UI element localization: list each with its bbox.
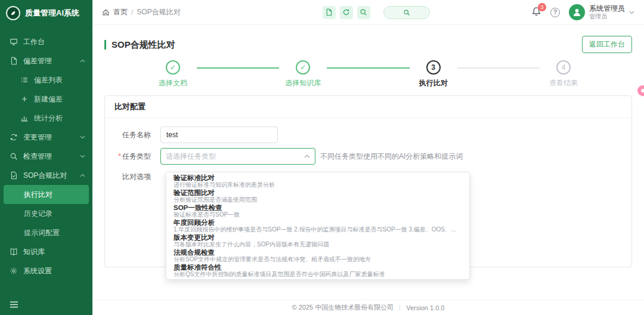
dropdown-option[interactable]: 验证标准比对进行验证标准与知识库标准的差异分析 [166,174,469,189]
plus-icon [20,95,29,103]
dropdown-option-title: 验证标准比对 [174,174,462,181]
dropdown-option-title: 验证范围比对 [174,189,462,196]
search-icon [403,9,410,16]
sidebar-item-deviation-create[interactable]: 新建偏差 [0,89,92,109]
gear-icon [10,267,18,275]
chevron-up-icon [304,155,310,158]
avatar [569,4,585,20]
task-type-hint: 不同任务类型使用不同的AI分析策略和提示词 [320,152,463,162]
floating-helper-dot-icon [641,89,644,92]
sidebar-item-label: 变更管理 [23,132,52,143]
sidebar-item-history-records[interactable]: 历史记录 [0,204,92,223]
breadcrumb-separator: / [131,8,133,17]
compare-options-label: 比对选项 [105,169,151,181]
task-type-placeholder: 请选择任务类型 [166,152,216,162]
sidebar-item-knowledge-base[interactable]: 知识库 [0,242,92,261]
sidebar-item-label: 偏差管理 [23,56,52,66]
dropdown-option-description: 验证标准是否与SOP一致 [174,212,462,218]
task-name-row: 任务名称 [105,126,631,143]
refresh-tool-button[interactable] [340,6,353,19]
notifications-button[interactable]: 3 [531,7,541,18]
help-button[interactable]: ? [550,8,560,17]
sidebar-item-inspection-management[interactable]: 检查管理 [0,147,92,166]
card-title: 比对配置 [105,96,631,118]
topbar-right: 3 ? 系统管理员 管理员 [531,4,634,20]
sidebar-item-label: 系统设置 [23,266,52,276]
task-type-dropdown: 验证标准比对进行验证标准与知识库标准的差异分析验证范围比对分析验证范围是否涵盖使… [166,172,470,280]
app-root: 质量管理AI系统 工作台偏差管理偏差列表新建偏差统计分析变更管理检查管理SOP合… [0,0,644,315]
breadcrumb-current: SOP合规比对 [137,7,180,17]
sidebar-item-label: 检查管理 [23,152,52,162]
file-check-icon [10,171,18,180]
dropdown-option[interactable]: 法规合规检查分析SOP文件中规定的管理要求是否与法规有冲突、相矛盾或不一致的地方 [166,248,469,263]
dropdown-option[interactable]: SOP一致性检查验证标准是否与SOP一致 [166,203,469,218]
chevron-down-icon [80,135,85,139]
dropdown-option-description: 进行验证标准与知识库标准的差异分析 [174,182,462,188]
sidebar-item-deviation-list[interactable]: 偏差列表 [0,70,92,89]
sidebar-item-deviation-management[interactable]: 偏差管理 [0,51,92,70]
app-title: 质量管理AI系统 [25,8,79,18]
dropdown-option-description: 分析SOP文件中规定的管理要求是否与法规有冲突、相矛盾或不一致的地方 [174,257,462,262]
main-area: 首页 / SOP合规比对 [92,0,644,315]
user-text: 系统管理员 管理员 [589,5,625,19]
task-name-label: 任务名称 [105,126,151,143]
step-1: ✓选择文档 [149,60,197,88]
file-icon [325,8,333,16]
sync-icon [10,133,18,141]
monitor-icon [10,38,18,46]
global-search-input[interactable] [383,6,430,19]
dropdown-option[interactable]: 年度回顾分析1.年度回顾报告中的维护事项是否与SOP一致 2.报告中的监测项目与… [166,218,469,233]
sidebar-item-workbench[interactable]: 工作台 [0,32,92,51]
dropdown-option-title: 质量标准符合性 [174,264,462,271]
sidebar-item-sop-compliance[interactable]: SOP合规比对 [0,166,92,185]
user-name: 系统管理员 [589,5,625,13]
footer-version: Version 1.0.0 [406,304,444,311]
app-logo: 质量管理AI系统 [0,0,92,26]
sidebar-item-execute-compare[interactable]: 执行比对 [4,185,89,204]
step-connector [457,67,540,69]
sidebar-item-label: 统计分析 [34,113,63,123]
task-name-input[interactable] [160,126,278,143]
search-icon [10,152,18,160]
floating-helper-button[interactable] [637,85,644,96]
step-label: 选择知识库 [285,78,321,88]
document-tool-button[interactable] [323,6,336,19]
logo-leaf-icon [6,6,20,20]
sidebar-item-statistics-analysis[interactable]: 统计分析 [0,109,92,128]
dropdown-option[interactable]: 版本变更比对与各版本对比发生了什么内容，SOP内容版本有无逻辑问题 [166,233,469,248]
dropdown-option[interactable]: 验证范围比对分析验证范围是否涵盖使用范围 [166,189,469,203]
sidebar-collapse-button[interactable] [0,294,92,315]
chevron-up-icon [80,174,85,177]
sidebar-item-label: 新建偏差 [34,94,63,104]
user-menu[interactable]: 系统管理员 管理员 [569,4,634,20]
step-check-icon: ✓ [296,60,310,75]
breadcrumb: 首页 / SOP合规比对 [102,7,181,17]
task-type-row: *任务类型 请选择任务类型 不同任务类型使用不同的AI分析策略和提示词 [105,148,631,165]
chevron-up-icon [80,59,85,63]
search-tool-button[interactable] [357,6,370,19]
footer: © 2025 中国生物技术股份有限公司 Version 1.0.0 [92,299,644,315]
sidebar-item-change-management[interactable]: 变更管理 [0,128,92,147]
footer-divider [400,305,400,311]
home-icon [102,8,110,16]
sidebar-item-system-settings[interactable]: 系统设置 [0,261,92,280]
dropdown-option-title: 法规合规检查 [174,249,462,256]
footer-copyright: © 2025 中国生物技术股份有限公司 [292,303,394,312]
step-label: 选择文档 [159,78,187,88]
step-3: 3执行比对 [410,60,457,88]
sidebar-item-label: SOP合规比对 [23,171,67,181]
breadcrumb-home[interactable]: 首页 [113,7,128,17]
step-2: ✓选择知识库 [279,60,327,88]
back-to-workbench-button[interactable]: 返回工作台 [582,36,632,53]
task-type-select[interactable]: 请选择任务类型 [160,148,315,165]
step-connector [327,67,409,69]
hamburger-icon [10,301,18,308]
sidebar-item-label: 知识库 [23,247,45,257]
dropdown-option-description: 分析QS文件中所控制的质量标准项目及范围是否符合中国药典以及厂家质量标准 [174,271,462,277]
sidebar-item-label: 提示词配置 [24,228,60,238]
dropdown-option[interactable]: 质量标准符合性分析QS文件中所控制的质量标准项目及范围是否符合中国药典以及厂家质… [166,263,469,278]
sidebar-item-prompt-config[interactable]: 提示词配置 [0,223,92,242]
dropdown-option-title: 年度回顾分析 [174,219,462,226]
stepper: ✓选择文档✓选择知识库3执行比对4查看结果 [92,57,644,88]
dropdown-option-description: 分析验证范围是否涵盖使用范围 [174,197,462,203]
